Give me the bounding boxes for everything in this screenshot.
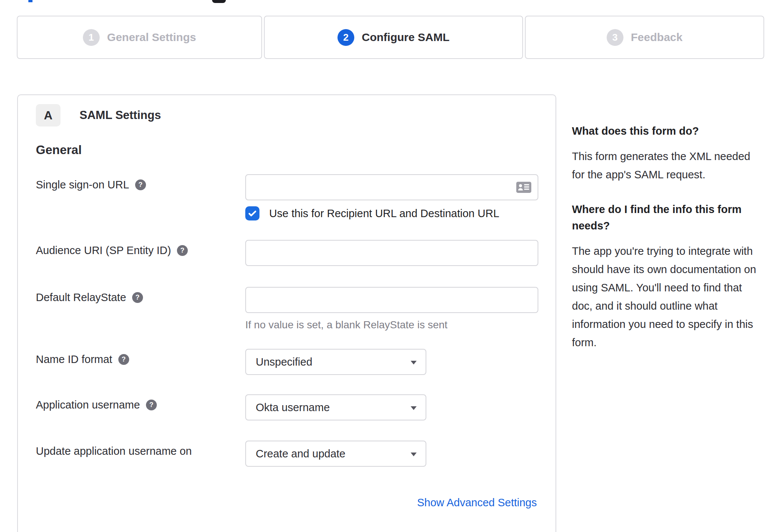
single-sign-on-url-input[interactable] <box>245 174 538 200</box>
field-controls: Create and update <box>245 441 538 467</box>
field-controls: Okta username <box>245 394 538 420</box>
field-controls: Unspecified <box>245 349 538 375</box>
step-configure-saml[interactable]: 2 Configure SAML <box>264 16 523 59</box>
page-title-fragment <box>28 0 32 2</box>
sidebar-section-what: What does this form do? This form genera… <box>572 123 760 184</box>
contact-card-icon <box>516 181 532 193</box>
audience-uri-input[interactable] <box>245 240 538 266</box>
step-label: General Settings <box>107 31 196 44</box>
field-label-text: Default RelayState <box>36 291 126 304</box>
field-label-text: Audience URI (SP Entity ID) <box>36 244 171 257</box>
field-label: Single sign-on URL ? <box>36 174 245 191</box>
advanced-settings-row: Show Advanced Settings <box>36 497 538 509</box>
checkmark-icon <box>247 208 258 219</box>
general-section-heading: General <box>36 143 538 157</box>
field-label-text: Single sign-on URL <box>36 179 129 191</box>
field-label: Update application username on <box>36 441 245 457</box>
help-sidebar: What does this form do? This form genera… <box>572 123 760 352</box>
select-value: Okta username <box>256 401 330 414</box>
recipient-url-checkbox-row: Use this for Recipient URL and Destinati… <box>245 206 538 220</box>
chevron-down-icon <box>411 361 417 364</box>
select-value: Create and update <box>256 448 345 460</box>
field-label-text: Update application username on <box>36 445 192 457</box>
field-row-application-username: Application username ? Okta username <box>36 394 538 420</box>
field-row-update-application-username: Update application username on Create an… <box>36 441 538 467</box>
name-id-format-select[interactable]: Unspecified <box>245 349 426 375</box>
chevron-down-icon <box>411 453 417 456</box>
help-icon[interactable]: ? <box>146 400 157 410</box>
step-feedback[interactable]: 3 Feedback <box>525 16 764 59</box>
field-label-text: Application username <box>36 399 140 411</box>
sidebar-heading: What does this form do? <box>572 123 760 139</box>
recipient-url-checkbox[interactable] <box>245 206 259 220</box>
default-relaystate-input[interactable] <box>245 287 538 313</box>
sidebar-heading: Where do I find the info this form needs… <box>572 201 760 234</box>
field-label: Default RelayState ? <box>36 287 245 304</box>
field-controls: If no value is set, a blank RelayState i… <box>245 287 538 331</box>
field-controls: Use this for Recipient URL and Destinati… <box>245 174 538 220</box>
window-icon-fragment <box>212 0 226 3</box>
help-icon[interactable]: ? <box>132 292 143 303</box>
step-label: Feedback <box>631 31 682 44</box>
step-number-badge: 1 <box>83 29 100 46</box>
step-number-badge: 2 <box>337 29 354 46</box>
field-label-text: Name ID format <box>36 353 112 366</box>
field-row-audience-uri: Audience URI (SP Entity ID) ? <box>36 240 538 266</box>
application-username-select[interactable]: Okta username <box>245 394 426 420</box>
show-advanced-settings-link[interactable]: Show Advanced Settings <box>417 497 537 508</box>
select-value: Unspecified <box>256 356 312 368</box>
step-general-settings[interactable]: 1 General Settings <box>17 16 262 59</box>
field-label: Audience URI (SP Entity ID) ? <box>36 240 245 257</box>
saml-settings-panel: A SAML Settings General Single sign-on U… <box>17 94 556 532</box>
step-label: Configure SAML <box>362 31 449 44</box>
recipient-url-checkbox-label: Use this for Recipient URL and Destinati… <box>269 207 499 220</box>
step-number-badge: 3 <box>607 29 623 46</box>
field-controls <box>245 240 538 266</box>
field-row-single-sign-on-url: Single sign-on URL ? <box>36 174 538 220</box>
single-sign-on-url-input-wrap <box>245 174 538 200</box>
sidebar-body: The app you're trying to integrate with … <box>572 242 760 352</box>
sidebar-section-where: Where do I find the info this form needs… <box>572 201 760 352</box>
relaystate-helper-text: If no value is set, a blank RelayState i… <box>245 319 538 331</box>
update-application-username-select[interactable]: Create and update <box>245 441 426 467</box>
field-row-name-id-format: Name ID format ? Unspecified <box>36 349 538 375</box>
help-icon[interactable]: ? <box>118 354 129 365</box>
panel-header: A SAML Settings <box>36 104 538 126</box>
field-row-default-relaystate: Default RelayState ? If no value is set,… <box>36 287 538 331</box>
help-icon[interactable]: ? <box>135 179 146 190</box>
section-a-badge: A <box>36 104 60 126</box>
wizard-stepper: 1 General Settings 2 Configure SAML 3 Fe… <box>17 16 764 59</box>
panel-title: SAML Settings <box>80 109 161 122</box>
sidebar-body: This form generates the XML needed for t… <box>572 147 760 184</box>
chevron-down-icon <box>411 406 417 410</box>
field-label: Name ID format ? <box>36 349 245 366</box>
help-icon[interactable]: ? <box>177 245 188 256</box>
field-label: Application username ? <box>36 394 245 411</box>
